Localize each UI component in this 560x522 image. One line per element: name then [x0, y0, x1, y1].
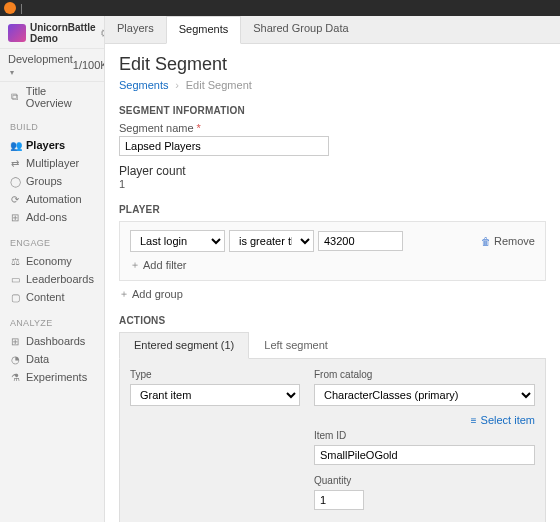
- players-icon: 👥: [10, 140, 20, 151]
- filter-rule-row: Last login is greater than 🗑 Remove: [130, 230, 535, 252]
- tab-shared-group-data[interactable]: Shared Group Data: [241, 16, 360, 43]
- sidebar-item-label: Players: [26, 139, 65, 151]
- sidebar-item-leaderboards[interactable]: ▭ Leaderboards: [0, 270, 104, 288]
- action-type-label: Type: [130, 369, 300, 380]
- add-group-link[interactable]: ＋ Add group: [119, 287, 183, 301]
- action-panel: Type Grant item From catalog CharacterCl…: [119, 359, 546, 522]
- segment-name-input[interactable]: [119, 136, 329, 156]
- nav-header-engage: ENGAGE: [0, 234, 104, 252]
- trash-icon: 🗑: [481, 236, 491, 247]
- sidebar-item-experiments[interactable]: ⚗ Experiments: [0, 368, 104, 386]
- sidebar-item-label: Leaderboards: [26, 273, 94, 285]
- list-icon: ≡: [471, 415, 477, 426]
- breadcrumb-parent[interactable]: Segments: [119, 79, 169, 91]
- brand-row[interactable]: UnicornBattle Demo ⚙: [0, 16, 104, 49]
- sidebar-item-label: Title Overview: [26, 85, 94, 109]
- item-id-input[interactable]: [314, 445, 535, 465]
- sidebar-item-label: Data: [26, 353, 49, 365]
- catalog-select[interactable]: CharacterClasses (primary): [314, 384, 535, 406]
- plus-icon: ＋: [119, 287, 129, 301]
- sidebar-item-groups[interactable]: ◯ Groups: [0, 172, 104, 190]
- environment-selector[interactable]: Development ▾ 1/100K: [0, 49, 104, 82]
- catalog-label: From catalog: [314, 369, 535, 380]
- dashboards-icon: ⊞: [10, 336, 20, 347]
- player-count-value: 1: [119, 178, 546, 190]
- sidebar-item-label: Add-ons: [26, 211, 67, 223]
- filter-group: Last login is greater than 🗑 Remove ＋: [119, 221, 546, 281]
- environment-label: Development: [8, 53, 73, 65]
- sidebar-item-players[interactable]: 👥 Players: [0, 136, 104, 154]
- filter-value-input[interactable]: [318, 231, 403, 251]
- sidebar-item-addons[interactable]: ⊞ Add-ons: [0, 208, 104, 226]
- action-subtabs: Entered segment (1) Left segment: [119, 332, 546, 359]
- tab-players[interactable]: Players: [105, 16, 166, 43]
- window-titlebar: |: [0, 0, 560, 16]
- brand-name: UnicornBattle Demo: [30, 22, 96, 44]
- quantity-input[interactable]: [314, 490, 364, 510]
- environment-usage: 1/100K: [73, 59, 105, 71]
- sidebar-item-label: Experiments: [26, 371, 87, 383]
- player-count-label: Player count: [119, 164, 546, 178]
- section-header-segment-info: SEGMENT INFORMATION: [119, 105, 546, 116]
- economy-icon: ⚖: [10, 256, 20, 267]
- nav-header-build: BUILD: [0, 118, 104, 136]
- automation-icon: ⟳: [10, 194, 20, 205]
- sidebar-item-label: Multiplayer: [26, 157, 79, 169]
- remove-filter-link[interactable]: 🗑 Remove: [481, 235, 535, 247]
- brand-logo: [8, 24, 26, 42]
- breadcrumb: Segments › Edit Segment: [119, 79, 546, 91]
- segment-name-label: Segment name *: [119, 122, 546, 134]
- sidebar-item-label: Economy: [26, 255, 72, 267]
- chart-icon: ⧉: [10, 91, 20, 103]
- page-title: Edit Segment: [119, 54, 546, 75]
- action-type-select[interactable]: Grant item: [130, 384, 300, 406]
- item-id-label: Item ID: [314, 430, 535, 441]
- tab-segments[interactable]: Segments: [166, 16, 242, 44]
- filter-operator-select[interactable]: is greater than: [229, 230, 314, 252]
- titlebar-divider: |: [20, 2, 23, 14]
- groups-icon: ◯: [10, 176, 20, 187]
- addons-icon: ⊞: [10, 212, 20, 223]
- sidebar-item-data[interactable]: ◔ Data: [0, 350, 104, 368]
- content-icon: ▢: [10, 292, 20, 303]
- plus-icon: ＋: [130, 258, 140, 272]
- sidebar-item-automation[interactable]: ⟳ Automation: [0, 190, 104, 208]
- sidebar-item-label: Dashboards: [26, 335, 85, 347]
- app-icon: [4, 2, 16, 14]
- subtab-left-segment[interactable]: Left segment: [249, 332, 343, 358]
- multiplayer-icon: ⇄: [10, 158, 20, 169]
- section-header-player: PLAYER: [119, 204, 546, 215]
- sidebar-item-label: Content: [26, 291, 65, 303]
- top-tabs: Players Segments Shared Group Data: [105, 16, 560, 44]
- sidebar-item-title-overview[interactable]: ⧉ Title Overview: [0, 82, 104, 112]
- sidebar: UnicornBattle Demo ⚙ Development ▾ 1/100…: [0, 16, 105, 522]
- breadcrumb-sep-icon: ›: [175, 79, 179, 91]
- sidebar-item-multiplayer[interactable]: ⇄ Multiplayer: [0, 154, 104, 172]
- quantity-label: Quantity: [314, 475, 535, 486]
- experiments-icon: ⚗: [10, 372, 20, 383]
- sidebar-item-label: Automation: [26, 193, 82, 205]
- filter-attribute-select[interactable]: Last login: [130, 230, 225, 252]
- nav-header-analyze: ANALYZE: [0, 314, 104, 332]
- subtab-entered-segment[interactable]: Entered segment (1): [119, 332, 249, 359]
- add-filter-link[interactable]: ＋ Add filter: [130, 258, 186, 272]
- select-item-link[interactable]: ≡ Select item: [314, 414, 535, 426]
- sidebar-item-economy[interactable]: ⚖ Economy: [0, 252, 104, 270]
- chevron-down-icon: ▾: [10, 68, 14, 77]
- sidebar-item-label: Groups: [26, 175, 62, 187]
- data-icon: ◔: [10, 354, 20, 365]
- section-header-actions: ACTIONS: [119, 315, 546, 326]
- sidebar-item-dashboards[interactable]: ⊞ Dashboards: [0, 332, 104, 350]
- breadcrumb-current: Edit Segment: [186, 79, 252, 91]
- sidebar-item-content[interactable]: ▢ Content: [0, 288, 104, 306]
- leaderboards-icon: ▭: [10, 274, 20, 285]
